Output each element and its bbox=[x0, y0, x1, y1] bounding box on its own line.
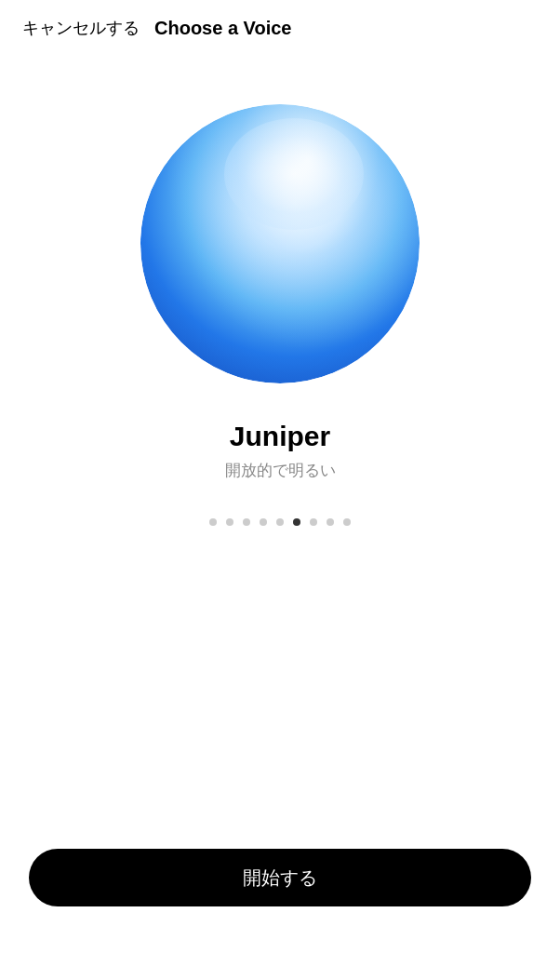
voice-description: 開放的で明るい bbox=[225, 460, 336, 481]
pagination-dot-3[interactable] bbox=[260, 518, 267, 526]
bottom-action-area: 開始する bbox=[0, 849, 560, 906]
header: キャンセルする Choose a Voice bbox=[0, 0, 560, 48]
pagination-dots bbox=[209, 518, 351, 526]
voice-avatar bbox=[140, 104, 420, 383]
pagination-dot-7[interactable] bbox=[327, 518, 334, 526]
pagination-dot-8[interactable] bbox=[343, 518, 351, 526]
pagination-dot-5[interactable] bbox=[293, 518, 300, 526]
pagination-dot-6[interactable] bbox=[310, 518, 317, 526]
pagination-dot-4[interactable] bbox=[276, 518, 284, 526]
voice-name: Juniper bbox=[230, 421, 330, 452]
start-button[interactable]: 開始する bbox=[29, 849, 531, 906]
pagination-dot-2[interactable] bbox=[243, 518, 250, 526]
voice-circle-visual bbox=[140, 104, 420, 383]
page-title: Choose a Voice bbox=[154, 18, 291, 39]
pagination-dot-1[interactable] bbox=[226, 518, 233, 526]
pagination-dot-0[interactable] bbox=[209, 518, 217, 526]
cancel-button[interactable]: キャンセルする bbox=[22, 17, 140, 39]
main-content: Juniper 開放的で明るい bbox=[0, 48, 560, 526]
